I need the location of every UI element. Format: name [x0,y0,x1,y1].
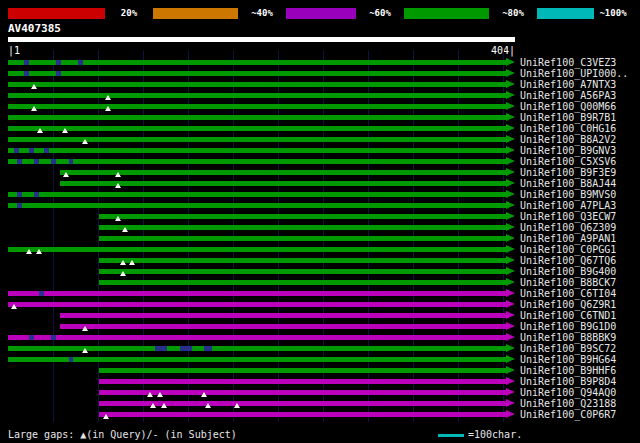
hit-label[interactable]: UniRef100_A56PA3 [520,90,616,101]
hit-label[interactable]: UniRef100_UPI000.. [520,68,628,79]
subject-gap-segment [17,192,22,197]
alignment-bar[interactable] [99,368,506,373]
hit-label[interactable]: UniRef100_C3VEZ3 [520,57,616,68]
alignment-row: UniRef100_UPI000.. [0,68,640,79]
alignment-row: UniRef100_Q3ECW7 [0,211,640,222]
hit-label[interactable]: UniRef100_C0P6R7 [520,409,616,420]
subject-gap-segment [56,71,61,76]
hit-label[interactable]: UniRef100_Q3ECW7 [520,211,616,222]
alignment-bar[interactable] [60,313,506,318]
arrowhead-icon [506,234,515,242]
alignment-row: UniRef100_B9GNV3 [0,145,640,156]
alignment-bar[interactable] [8,291,506,296]
alignment-bar[interactable] [99,225,506,230]
hit-label[interactable]: UniRef100_C0PGG1 [520,244,616,255]
arrowhead-icon [506,179,515,187]
scale-line-icon [438,434,464,437]
hit-label[interactable]: UniRef100_B9GNV3 [520,145,616,156]
subject-gap-segment [78,60,83,65]
alignment-row: UniRef100_A7NTX3 [0,79,640,90]
subject-gap-segment [34,159,39,164]
alignment-bar[interactable] [8,148,506,153]
hit-label[interactable]: UniRef100_A7NTX3 [520,79,616,90]
hit-label[interactable]: UniRef100_C5XSV6 [520,156,616,167]
alignment-bar[interactable] [8,335,506,340]
color-key-label: ~40% [238,8,286,19]
alignment-row: UniRef100_A56PA3 [0,90,640,101]
alignment-bar[interactable] [8,159,506,164]
arrowhead-icon [506,410,515,418]
hit-label[interactable]: UniRef100_B8A2V2 [520,134,616,145]
alignment-bar[interactable] [60,324,506,329]
alignment-bar[interactable] [8,203,506,208]
alignment-bar[interactable] [99,379,506,384]
hit-label[interactable]: UniRef100_C6TI04 [520,288,616,299]
arrowhead-icon [506,311,515,319]
alignment-row: UniRef100_Q94AQ0 [0,387,640,398]
hit-label[interactable]: UniRef100_B8BBK9 [520,332,616,343]
query-gap-triangle-icon [11,304,17,309]
arrowhead-icon [506,388,515,396]
alignment-bar[interactable] [8,357,506,362]
query-gap-triangle-icon [150,403,156,408]
hit-label[interactable]: UniRef100_Q6Z309 [520,222,616,233]
hit-label[interactable]: UniRef100_Q00M66 [520,101,616,112]
alignment-bar[interactable] [8,302,506,307]
alignment-row: UniRef100_B9G400 [0,266,640,277]
query-gap-triangle-icon [82,139,88,144]
hit-label[interactable]: UniRef100_B9SC72 [520,343,616,354]
alignment-row: UniRef100_B9MVS0 [0,189,640,200]
hit-label[interactable]: UniRef100_B9F3E9 [520,167,616,178]
hit-label[interactable]: UniRef100_B9P8D4 [520,376,616,387]
alignment-bar[interactable] [99,269,506,274]
arrowhead-icon [506,69,515,77]
alignment-bar[interactable] [60,181,506,186]
hit-label[interactable]: UniRef100_B8AJ44 [520,178,616,189]
hit-label[interactable]: UniRef100_C6TND1 [520,310,616,321]
arrowhead-icon [506,212,515,220]
hit-label[interactable]: UniRef100_C0HG16 [520,123,616,134]
arrowhead-icon [506,157,515,165]
hit-label[interactable]: UniRef100_B9G1D0 [520,321,616,332]
arrowhead-icon [506,135,515,143]
color-key-segment [404,8,489,19]
alignment-row: UniRef100_B8BCK7 [0,277,640,288]
alignment-bar[interactable] [99,258,506,263]
alignment-row: UniRef100_B9SC72 [0,343,640,354]
hit-label[interactable]: UniRef100_A7PLA3 [520,200,616,211]
hit-label[interactable]: UniRef100_B9R7B1 [520,112,616,123]
query-gap-triangle-icon [201,392,207,397]
alignment-bar[interactable] [8,192,506,197]
subject-gap-segment [14,148,19,153]
alignment-bar[interactable] [60,170,506,175]
alignment-bar[interactable] [8,126,506,131]
hit-label[interactable]: UniRef100_A9PAN1 [520,233,616,244]
alignment-bar[interactable] [8,71,506,76]
hit-label[interactable]: UniRef100_Q94AQ0 [520,387,616,398]
alignment-bar[interactable] [8,82,506,87]
color-key-label: 20% [105,8,153,19]
alignment-row: UniRef100_Q6Z9R1 [0,299,640,310]
hit-label[interactable]: UniRef100_B9HHF6 [520,365,616,376]
alignment-bar[interactable] [8,115,506,120]
hit-label[interactable]: UniRef100_B9HG64 [520,354,616,365]
arrowhead-icon [506,146,515,154]
alignment-bar[interactable] [99,236,506,241]
hit-label[interactable]: UniRef100_B8BCK7 [520,277,616,288]
query-gap-triangle-icon [63,172,69,177]
alignment-bar[interactable] [8,93,506,98]
hit-label[interactable]: UniRef100_Q6Z9R1 [520,299,616,310]
query-gap-triangle-icon [129,260,135,265]
alignment-bar[interactable] [99,214,506,219]
alignment-bar[interactable] [8,104,506,109]
alignment-bar[interactable] [8,247,506,252]
hit-label[interactable]: UniRef100_B9MVS0 [520,189,616,200]
arrowhead-icon [506,201,515,209]
alignment-bar[interactable] [99,280,506,285]
hit-label[interactable]: UniRef100_Q23188 [520,398,616,409]
hit-label[interactable]: UniRef100_B9G400 [520,266,616,277]
color-key-segment [537,8,594,19]
gaps-legend: Large gaps: ▲(in Query)/- (in Subject) [8,429,237,440]
hit-label[interactable]: UniRef100_Q67TQ6 [520,255,616,266]
alignment-bar[interactable] [99,412,506,417]
